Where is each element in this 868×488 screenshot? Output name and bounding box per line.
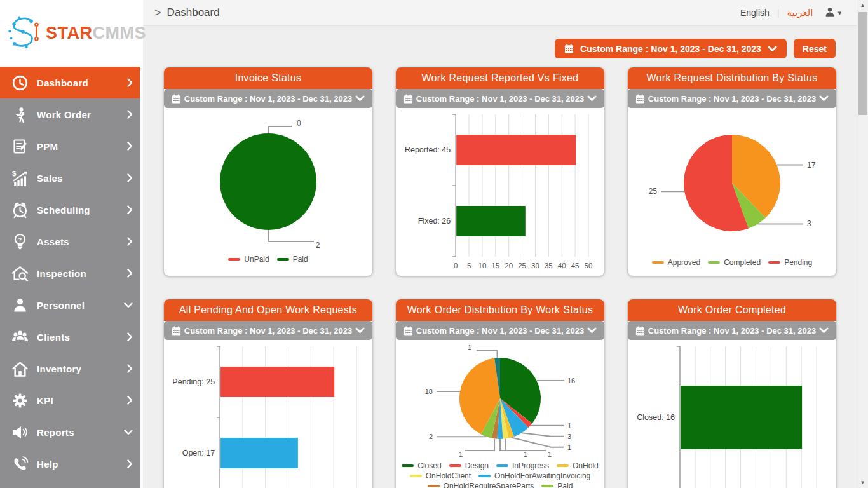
app-window: STARCMMS DashboardWork OrderPPM$SalesSch… xyxy=(0,0,868,488)
svg-text:3: 3 xyxy=(567,433,571,440)
breadcrumb[interactable]: > Dashboard xyxy=(154,6,220,19)
scrollbar-thumb[interactable] xyxy=(858,12,867,115)
svg-text:25: 25 xyxy=(518,262,526,269)
card-date-range-dropdown[interactable]: Custom Range : Nov 1, 2023 - Dec 31, 202… xyxy=(164,89,372,108)
chevron-right-icon xyxy=(127,205,133,214)
calendar-icon xyxy=(403,326,413,336)
svg-text:10: 10 xyxy=(478,262,487,269)
calendar-icon xyxy=(635,94,645,104)
svg-text:35: 35 xyxy=(545,262,553,269)
person-icon xyxy=(9,297,31,313)
legend-item: OnHold xyxy=(557,461,599,470)
sidebar-item-sales[interactable]: $Sales xyxy=(0,162,143,194)
chart-card: Work Request Distribution By Status xyxy=(628,67,836,276)
svg-text:1: 1 xyxy=(459,451,463,458)
sidebar-item-label: Clients xyxy=(37,332,127,342)
chart-legend: UnPaidPaid xyxy=(228,255,308,264)
legend-swatch xyxy=(768,261,780,264)
svg-text:50: 50 xyxy=(585,262,593,269)
chart-card: All Pending And Open Work Requests xyxy=(164,299,372,488)
bar-chart: Closed: 16 xyxy=(634,342,831,488)
pie-chart: 02 xyxy=(170,111,367,254)
chevron-down-icon xyxy=(355,93,365,104)
legend-item: Pending xyxy=(768,258,812,267)
svg-text:Open: 17: Open: 17 xyxy=(182,449,215,458)
chevron-right-icon xyxy=(127,459,133,468)
sidebar-item-scheduling[interactable]: Scheduling xyxy=(0,194,143,226)
svg-text:0: 0 xyxy=(297,119,301,128)
page-scrollbar[interactable]: ▲ ▼ xyxy=(857,0,868,488)
card-date-range-dropdown[interactable]: Custom Range : Nov 1, 2023 - Dec 31, 202… xyxy=(628,89,836,108)
legend-item: OnHoldForAwaitingInvoicing xyxy=(478,471,590,480)
bar-chart: Pending: 25Open: 17051015202530 xyxy=(170,342,367,488)
sidebar-item-kpi[interactable]: KPI xyxy=(0,384,143,416)
chevron-down-icon xyxy=(819,325,829,336)
sidebar-item-reports[interactable]: Reports xyxy=(0,416,143,448)
sidebar-scrollbar[interactable] xyxy=(140,67,143,488)
pie-chart: 17325 xyxy=(634,111,831,257)
scrollbar-up-button[interactable]: ▲ xyxy=(857,0,868,11)
card-date-range-label: Custom Range : Nov 1, 2023 - Dec 31, 202… xyxy=(645,326,819,336)
chevron-right-icon xyxy=(127,78,133,87)
worker-icon xyxy=(9,106,31,123)
language-arabic-link[interactable]: العربية xyxy=(787,7,813,18)
svg-text:0: 0 xyxy=(454,262,458,269)
sidebar-item-inventory[interactable]: Inventory xyxy=(0,353,143,384)
sidebar-item-help[interactable]: Help xyxy=(0,448,143,480)
sidebar-item-dashboard[interactable]: Dashboard xyxy=(0,67,143,98)
legend-item: Design xyxy=(449,461,489,470)
language-english-link[interactable]: English xyxy=(740,8,770,18)
legend-swatch xyxy=(228,258,240,261)
user-menu[interactable]: ▾ xyxy=(824,6,841,20)
legend-item: OnHoldClient xyxy=(410,471,471,480)
sidebar-item-ppm[interactable]: PPM xyxy=(0,130,143,162)
chevron-right-icon xyxy=(127,396,133,405)
svg-text:1: 1 xyxy=(567,422,571,430)
card-date-range-label: Custom Range : Nov 1, 2023 - Dec 31, 202… xyxy=(413,326,587,336)
legend-label: UnPaid xyxy=(244,255,269,264)
sidebar-item-clients[interactable]: Clients xyxy=(0,321,143,353)
sidebar-item-work-order[interactable]: Work Order xyxy=(0,98,143,130)
chevron-right-icon xyxy=(127,142,133,151)
sidebar-item-label: Sales xyxy=(37,173,127,184)
svg-text:1: 1 xyxy=(567,444,571,451)
svg-text:1: 1 xyxy=(468,344,471,351)
card-date-range-dropdown[interactable]: Custom Range : Nov 1, 2023 - Dec 31, 202… xyxy=(396,321,604,340)
legend-swatch xyxy=(478,475,491,477)
sidebar-item-assets[interactable]: ?Assets xyxy=(0,226,143,257)
sidebar-item-inspection[interactable]: Inspection xyxy=(0,257,143,289)
svg-text:1: 1 xyxy=(524,451,527,458)
language-separator: | xyxy=(777,8,780,18)
card-date-range-dropdown[interactable]: Custom Range : Nov 1, 2023 - Dec 31, 202… xyxy=(628,321,836,340)
chart-cards-grid: Invoice Status Custom xyxy=(164,67,836,488)
card-date-range-label: Custom Range : Nov 1, 2023 - Dec 31, 202… xyxy=(413,94,587,104)
svg-text:1: 1 xyxy=(548,451,552,458)
svg-text:45: 45 xyxy=(571,262,580,269)
legend-swatch xyxy=(449,464,461,467)
svg-text:18: 18 xyxy=(425,388,433,395)
chevron-right-icon xyxy=(127,364,133,373)
card-date-range-dropdown[interactable]: Custom Range : Nov 1, 2023 - Dec 31, 202… xyxy=(164,321,372,340)
date-range-button[interactable]: Custom Range : Nov 1, 2023 - Dec 31, 202… xyxy=(555,39,787,58)
logo[interactable]: STARCMMS xyxy=(0,0,143,67)
legend-label: Pending xyxy=(784,258,812,267)
chevron-down-icon xyxy=(355,325,365,336)
legend-item: Completed xyxy=(708,258,761,267)
chevron-down-icon xyxy=(124,430,133,435)
card-title: Work Order Completed xyxy=(628,299,836,321)
legend-swatch xyxy=(652,261,664,264)
legend-label: Approved xyxy=(668,258,700,267)
reset-button[interactable]: Reset xyxy=(794,39,836,58)
legend-label: Closed xyxy=(417,461,441,470)
sidebar-item-personnel[interactable]: Personnel xyxy=(0,289,143,321)
sales-chart-icon: $ xyxy=(9,170,31,187)
bar-chart: Reported: 45Fixed: 260510152025303540455… xyxy=(402,111,599,273)
card-chart-area: Pending: 25Open: 17051015202530 xyxy=(164,340,372,488)
scrollbar-down-button[interactable]: ▼ xyxy=(857,477,868,488)
chart-legend: ApprovedCompletedPending xyxy=(652,258,812,267)
calendar-icon xyxy=(172,94,181,104)
card-date-range-dropdown[interactable]: Custom Range : Nov 1, 2023 - Dec 31, 202… xyxy=(396,89,604,108)
sidebar-item-label: Help xyxy=(37,459,127,470)
legend-swatch xyxy=(277,258,289,261)
sidebar-item-label: Dashboard xyxy=(37,78,127,88)
